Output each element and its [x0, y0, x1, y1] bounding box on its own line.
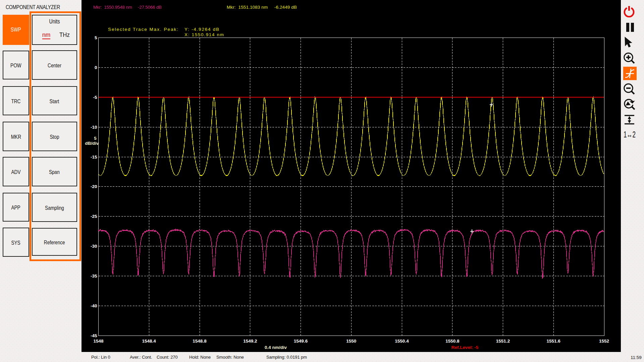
svg-text:1549.2: 1549.2	[243, 339, 257, 344]
svg-text:Mkr: 1551.1083 nm -6.2449: Mkr: 1551.1083 nm -6.2449 dB	[227, 5, 297, 10]
svg-text:-10: -10	[91, 125, 97, 130]
svg-text:Mkr: 1550.9548 nm -27.506: Mkr: 1550.9548 nm -27.5066 dB	[93, 5, 162, 10]
svg-text:-15: -15	[91, 155, 97, 160]
svg-text:1548.8: 1548.8	[193, 339, 207, 344]
svg-text:-25: -25	[91, 214, 97, 219]
svg-text:-45: -45	[91, 333, 97, 338]
svg-text:1548.4: 1548.4	[142, 339, 156, 344]
svg-text:5: 5	[94, 136, 97, 141]
svg-text:1550.4: 1550.4	[395, 339, 409, 344]
svg-text:1550.8: 1550.8	[445, 339, 460, 344]
svg-text:Selected Trace Max. Peak:: Selected Trace Max. Peak:	[108, 27, 178, 32]
svg-text:5: 5	[95, 35, 97, 40]
svg-text:1551.2: 1551.2	[496, 339, 510, 344]
svg-text:-35: -35	[91, 274, 97, 279]
svg-text:X: 1550.914 nm: X: 1550.914 nm	[184, 32, 224, 37]
svg-text:1549.6: 1549.6	[294, 339, 308, 344]
svg-text:-5: -5	[93, 95, 97, 100]
svg-text:1551.6: 1551.6	[547, 339, 561, 344]
svg-text:1550: 1550	[346, 339, 356, 344]
svg-text:-40: -40	[91, 303, 97, 308]
svg-text:1552: 1552	[599, 339, 609, 344]
svg-text:1↔2: 1↔2	[624, 129, 636, 139]
svg-text:-20: -20	[91, 184, 97, 189]
svg-text:Y: -4.9264 dB: Y: -4.9264 dB	[184, 27, 219, 32]
svg-text:Ref.Level: -5: Ref.Level: -5	[451, 345, 479, 350]
svg-text:dB/div: dB/div	[85, 141, 99, 146]
svg-text:0.4 nm/div: 0.4 nm/div	[265, 345, 287, 350]
svg-text:-30: -30	[91, 244, 97, 249]
svg-text:1548: 1548	[93, 339, 104, 344]
svg-text:0: 0	[95, 65, 97, 70]
